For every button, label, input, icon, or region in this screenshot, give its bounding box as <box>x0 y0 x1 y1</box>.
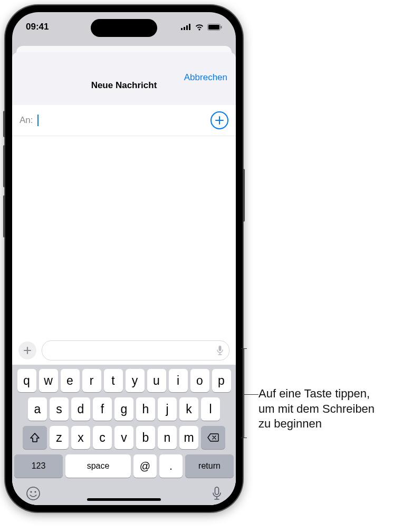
add-contact-button[interactable] <box>210 111 228 129</box>
svg-rect-3 <box>189 24 190 30</box>
attach-button[interactable] <box>18 341 36 359</box>
status-icons <box>181 24 222 31</box>
space-key[interactable]: space <box>65 454 131 478</box>
key-z[interactable]: z <box>50 426 69 449</box>
key-r[interactable]: r <box>82 369 101 392</box>
plus-icon <box>23 346 32 355</box>
annotation-callout: Auf eine Taste tippen, um mit dem Schrei… <box>258 386 385 432</box>
key-d[interactable]: d <box>71 397 90 421</box>
key-v[interactable]: v <box>114 426 133 449</box>
svg-rect-5 <box>208 25 219 30</box>
svg-rect-6 <box>221 26 222 28</box>
key-u[interactable]: u <box>147 369 166 392</box>
svg-rect-2 <box>186 25 188 30</box>
key-b[interactable]: b <box>136 426 155 449</box>
navbar: Neue Nachricht Abbrechen <box>12 52 236 105</box>
backspace-key[interactable] <box>201 426 225 449</box>
home-indicator[interactable] <box>87 498 161 501</box>
mic-icon <box>216 345 224 356</box>
key-k[interactable]: k <box>179 397 198 421</box>
key-f[interactable]: f <box>93 397 112 421</box>
key-c[interactable]: c <box>93 426 112 449</box>
to-field-row[interactable]: An: <box>12 105 236 136</box>
compose-area[interactable] <box>12 136 236 336</box>
cancel-button[interactable]: Abbrechen <box>184 72 227 83</box>
numbers-key[interactable]: 123 <box>14 454 63 478</box>
volume-up <box>3 145 5 187</box>
at-key[interactable]: @ <box>133 454 157 478</box>
key-x[interactable]: x <box>71 426 90 449</box>
svg-rect-0 <box>181 28 183 30</box>
shift-key[interactable] <box>23 426 47 449</box>
dynamic-island <box>91 19 157 37</box>
key-s[interactable]: s <box>50 397 69 421</box>
dot-key[interactable]: . <box>159 454 183 478</box>
key-j[interactable]: j <box>158 397 177 421</box>
power-button <box>243 169 245 222</box>
svg-rect-7 <box>219 346 222 351</box>
svg-rect-11 <box>215 487 219 495</box>
mute-switch <box>3 111 5 137</box>
key-row-3: z x c v b n m <box>14 426 234 449</box>
battery-icon <box>207 24 222 31</box>
key-e[interactable]: e <box>61 369 80 392</box>
shift-icon <box>30 432 40 443</box>
key-row-1: q w e r t y u i o p <box>14 369 234 392</box>
to-label: An: <box>20 115 33 126</box>
key-y[interactable]: y <box>126 369 145 392</box>
dictation-button[interactable] <box>212 486 222 501</box>
message-text-field[interactable] <box>42 340 229 360</box>
mic-icon <box>212 486 222 501</box>
page-title: Neue Nachricht <box>91 66 157 91</box>
volume-down <box>3 195 5 238</box>
key-n[interactable]: n <box>158 426 177 449</box>
key-i[interactable]: i <box>169 369 188 392</box>
text-cursor <box>37 115 39 126</box>
callout-text: Auf eine Taste tippen, um mit dem Schrei… <box>258 386 385 432</box>
plus-icon <box>215 116 224 125</box>
backspace-icon <box>207 433 219 442</box>
key-row-4: 123 space @ . return <box>14 454 234 478</box>
key-row-2: a s d f g h j k l <box>14 397 234 421</box>
screen: 09:41 Neue Nachricht Abbrechen An: <box>12 12 236 505</box>
wifi-icon <box>195 24 204 31</box>
key-o[interactable]: o <box>190 369 209 392</box>
key-q[interactable]: q <box>17 369 36 392</box>
key-a[interactable]: a <box>28 397 47 421</box>
message-input-bar <box>12 336 236 365</box>
status-time: 09:41 <box>26 22 49 32</box>
emoji-icon <box>26 486 41 501</box>
key-h[interactable]: h <box>136 397 155 421</box>
key-p[interactable]: p <box>212 369 231 392</box>
svg-point-10 <box>34 491 36 492</box>
svg-point-8 <box>27 487 40 500</box>
key-m[interactable]: m <box>179 426 198 449</box>
keyboard: q w e r t y u i o p a s d f g h <box>12 365 236 505</box>
cellular-icon <box>181 24 191 30</box>
emoji-button[interactable] <box>26 486 41 501</box>
new-message-sheet: Neue Nachricht Abbrechen An: <box>12 52 236 505</box>
key-t[interactable]: t <box>104 369 123 392</box>
svg-rect-1 <box>184 27 185 30</box>
return-key[interactable]: return <box>185 454 234 478</box>
iphone-frame: 09:41 Neue Nachricht Abbrechen An: <box>5 5 243 512</box>
key-l[interactable]: l <box>201 397 220 421</box>
svg-point-9 <box>30 491 32 492</box>
key-g[interactable]: g <box>114 397 133 421</box>
key-w[interactable]: w <box>39 369 58 392</box>
